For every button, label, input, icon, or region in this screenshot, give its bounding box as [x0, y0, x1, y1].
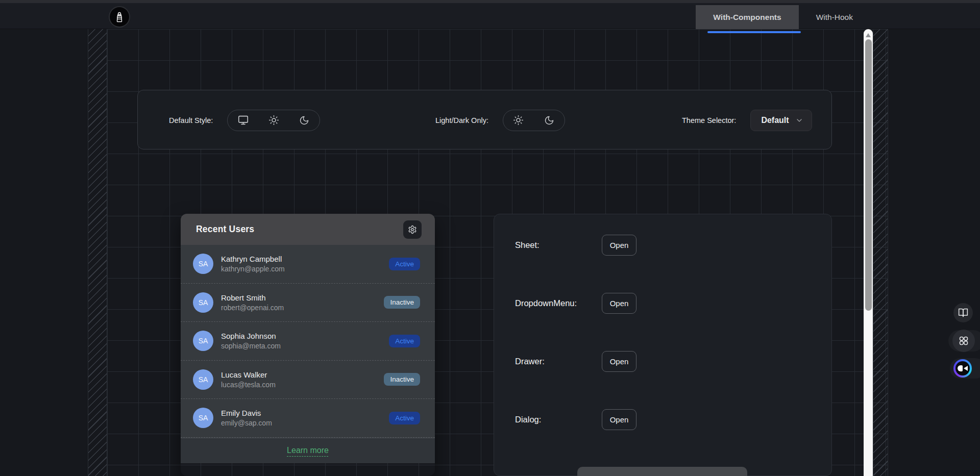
light-theme-button[interactable]	[258, 110, 289, 131]
default-style-toggle-group	[227, 110, 320, 131]
sheet-open-button[interactable]: Open	[602, 235, 636, 256]
dialog-row: Dialog: Open	[515, 409, 811, 430]
status-badge: Inactive	[384, 373, 420, 386]
user-email: lucas@tesla.com	[221, 381, 384, 389]
dialog-open-button[interactable]: Open	[602, 409, 636, 430]
user-email: robert@openai.com	[221, 304, 384, 312]
user-text: Lucas Walker lucas@tesla.com	[221, 370, 384, 389]
sun-icon	[513, 115, 524, 126]
components-grid-button[interactable]	[952, 330, 975, 352]
drawer-open-button[interactable]: Open	[602, 351, 636, 372]
user-name: Emily Davis	[221, 409, 389, 417]
user-row[interactable]: SA Emily Davis emily@sap.com Active	[181, 399, 435, 438]
gear-icon	[408, 225, 417, 234]
light-dark-label: Light/Dark Only:	[435, 116, 488, 124]
avatar: SA	[193, 408, 213, 428]
sheet-row: Sheet: Open	[515, 234, 811, 256]
recent-users-card: Recent Users SA Kathryn Campbell kathryn…	[181, 214, 435, 476]
dropdownmenu-label: DropdownMenu:	[515, 298, 602, 308]
drawer-row: Drawer: Open	[515, 350, 811, 372]
top-toolbar: With-Components With-Hook	[0, 0, 980, 29]
user-text: Emily Davis emily@sap.com	[221, 409, 389, 427]
learn-more-link[interactable]: Learn more	[287, 446, 329, 455]
theme-selector-group: Theme Selector: Default	[682, 90, 812, 150]
user-name: Sophia Johnson	[221, 332, 389, 340]
status-badge: Inactive	[384, 296, 420, 309]
user-email: emily@sap.com	[221, 419, 389, 427]
user-text: Robert Smith robert@openai.com	[221, 293, 384, 312]
users-list: SA Kathryn Campbell kathryn@apple.com Ac…	[181, 245, 435, 438]
default-style-group: Default Style:	[169, 90, 320, 150]
clipped-component-bar	[577, 467, 747, 476]
user-row[interactable]: SA Robert Smith robert@openai.com Inacti…	[181, 284, 435, 322]
light-dark-group: Light/Dark Only:	[435, 90, 565, 150]
mascot-face-icon	[955, 361, 970, 375]
sheet-label: Sheet:	[515, 240, 602, 250]
layout-grid-icon	[959, 336, 969, 346]
active-tab-indicator	[707, 31, 801, 33]
user-text: Kathryn Campbell kathryn@apple.com	[221, 255, 389, 273]
app-screen: With-Components With-Hook Default Style:	[0, 0, 980, 476]
theme-settings-panel: Default Style:	[137, 90, 832, 149]
app-logo[interactable]	[110, 7, 129, 27]
components-demo-panel: Sheet: Open DropdownMenu: Open Drawer: O…	[494, 214, 832, 476]
avatar: SA	[193, 292, 213, 313]
user-row[interactable]: SA Kathryn Campbell kathryn@apple.com Ac…	[181, 245, 435, 284]
avatar: SA	[193, 254, 213, 274]
light-only-button[interactable]	[503, 110, 534, 131]
user-row[interactable]: SA Sophia Johnson sophia@meta.com Active	[181, 322, 435, 361]
dark-only-button[interactable]	[534, 110, 565, 131]
light-dark-toggle-group	[503, 110, 565, 131]
dropdownmenu-row: DropdownMenu: Open	[515, 292, 811, 314]
scrollbar-thumb[interactable]	[865, 39, 872, 311]
user-name: Lucas Walker	[221, 370, 384, 379]
hatch-band-right	[873, 29, 888, 476]
user-email: kathryn@apple.com	[221, 265, 389, 273]
recent-users-header: Recent Users	[181, 214, 435, 245]
user-name: Kathryn Campbell	[221, 255, 389, 263]
dark-theme-button[interactable]	[289, 110, 320, 131]
tab-with-hook[interactable]: With-Hook	[799, 5, 870, 29]
jar-logo-icon	[113, 11, 126, 23]
book-open-icon	[958, 308, 968, 318]
default-style-label: Default Style:	[169, 116, 213, 124]
hatch-band-left	[88, 29, 107, 476]
dialog-label: Dialog:	[515, 415, 602, 424]
sun-icon	[268, 115, 279, 126]
avatar: SA	[193, 369, 213, 390]
user-email: sophia@meta.com	[221, 342, 389, 350]
story-tabs: With-Components With-Hook	[696, 3, 870, 29]
page-scrollbar[interactable]	[864, 29, 873, 476]
avatar: SA	[193, 331, 213, 351]
users-settings-button[interactable]	[403, 220, 422, 239]
drawer-label: Drawer:	[515, 357, 602, 366]
user-name: Robert Smith	[221, 293, 384, 302]
status-badge: Active	[389, 258, 420, 270]
moon-icon	[544, 115, 554, 126]
theme-select-dropdown[interactable]: Default	[750, 110, 812, 131]
user-text: Sophia Johnson sophia@meta.com	[221, 332, 389, 350]
status-badge: Active	[389, 335, 420, 347]
users-card-footer: Learn more	[181, 438, 435, 463]
dropdownmenu-open-button[interactable]: Open	[602, 293, 636, 314]
status-badge: Active	[389, 412, 420, 424]
recent-users-title: Recent Users	[196, 224, 254, 235]
user-row[interactable]: SA Lucas Walker lucas@tesla.com Inactive	[181, 361, 435, 399]
mascot-button[interactable]	[953, 359, 972, 378]
tab-with-components[interactable]: With-Components	[696, 5, 798, 29]
theme-selected-value: Default	[761, 116, 789, 125]
system-theme-button[interactable]	[228, 110, 258, 131]
moon-icon	[299, 115, 309, 126]
scrollbar-up-arrow[interactable]	[866, 33, 871, 37]
theme-selector-label: Theme Selector:	[682, 116, 736, 124]
chevron-down-icon	[795, 116, 803, 124]
docs-book-button[interactable]	[953, 303, 973, 322]
monitor-icon	[238, 115, 249, 126]
